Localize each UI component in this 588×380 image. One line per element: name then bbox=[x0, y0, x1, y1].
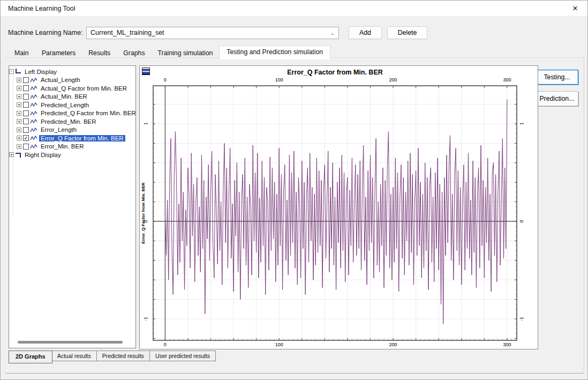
chart-text: 300 bbox=[503, 77, 511, 83]
right-axes-icon bbox=[16, 153, 21, 158]
item-checkbox[interactable] bbox=[23, 118, 29, 124]
bottom-tab-label: 2D Graphs bbox=[16, 353, 46, 360]
tree-item-predicted-q-factor-from-min-ber[interactable]: + Predicted_Q Factor from Min. BER bbox=[9, 109, 135, 118]
testing-button[interactable]: Testing... bbox=[536, 70, 578, 85]
item-checkbox[interactable] bbox=[23, 102, 29, 108]
curve-icon bbox=[30, 127, 37, 133]
expand-icon[interactable]: + bbox=[17, 102, 21, 107]
ml-name-combobox[interactable]: Current_ML_training_set ⌄ bbox=[86, 27, 339, 39]
tab-label: Main bbox=[13, 49, 31, 57]
curve-icon bbox=[30, 135, 37, 141]
bottom-tab-label: Predicted results bbox=[102, 353, 144, 359]
chart-text: -1 bbox=[143, 317, 148, 321]
machine-learning-tool-window: Machine Learning Tool ✕ Machine Learning… bbox=[0, 0, 588, 380]
chart-panel: 001001002002003003001100-1-1Error_Q Fact… bbox=[139, 65, 538, 349]
tab-parameters[interactable]: Parameters bbox=[35, 47, 82, 59]
tree-item-error-min-ber[interactable]: + Error_Min. BER bbox=[9, 143, 135, 151]
chart-text: -1 bbox=[519, 317, 524, 321]
display-tree: - Left Display + Actual_Length + Actual_… bbox=[9, 65, 136, 348]
tree-item-label: Predicted_Q Factor from Min. BER bbox=[39, 110, 136, 116]
chart-text: 0 bbox=[164, 77, 167, 83]
curve-icon bbox=[30, 144, 37, 150]
tab-training-simulation[interactable]: Training simulation bbox=[152, 47, 220, 59]
tab-label: Graphs bbox=[122, 49, 146, 57]
tree-item-label: Predicted_Min. BER bbox=[39, 118, 98, 125]
tree-item-label: Actual_Length bbox=[39, 77, 82, 83]
error-q-factor-chart: 001001002002003003001100-1-1Error_Q Fact… bbox=[140, 66, 538, 349]
separator-line bbox=[5, 373, 584, 374]
titlebar: Machine Learning Tool ✕ bbox=[1, 1, 587, 17]
tree-item-label: Actual_Q Factor from Min. BER bbox=[39, 85, 129, 92]
item-checkbox[interactable] bbox=[23, 85, 29, 91]
expand-icon[interactable]: + bbox=[9, 152, 14, 157]
tab-label: Training simulation bbox=[156, 49, 215, 57]
bottom-tab-label: User predicted results bbox=[155, 353, 210, 359]
tree-item-right-display[interactable]: + Right Display bbox=[9, 151, 135, 159]
tree-item-actual-min-ber[interactable]: + Actual_Min. BER bbox=[9, 93, 135, 101]
curve-icon bbox=[30, 85, 37, 91]
item-checkbox[interactable] bbox=[23, 144, 29, 150]
expand-icon[interactable]: + bbox=[17, 86, 21, 91]
chart-text: 0 bbox=[519, 220, 524, 222]
expand-icon[interactable]: + bbox=[17, 78, 21, 83]
tree-item-actual-q-factor-from-min-ber[interactable]: + Actual_Q Factor from Min. BER bbox=[9, 84, 135, 93]
curve-icon bbox=[30, 94, 37, 100]
delete-button[interactable]: Delete bbox=[387, 26, 427, 39]
item-checkbox[interactable] bbox=[23, 127, 29, 133]
chart-text: Error_Q Factor from Min. BER bbox=[287, 69, 383, 76]
tab-label: Testing and Prediction simulation bbox=[225, 48, 325, 56]
expand-icon[interactable]: + bbox=[17, 128, 21, 132]
chart-text: 100 bbox=[275, 342, 283, 347]
prediction-button[interactable]: Prediction... bbox=[536, 91, 578, 106]
expand-icon[interactable]: + bbox=[17, 144, 21, 149]
tree-horizontal-scrollbar[interactable] bbox=[10, 341, 134, 344]
tree-item-label: Error_Length bbox=[39, 126, 78, 133]
close-button[interactable]: ✕ bbox=[563, 1, 587, 17]
tab-label: Parameters bbox=[40, 49, 78, 57]
tree-item-label: Actual_Min. BER bbox=[39, 93, 89, 100]
collapse-icon[interactable]: - bbox=[9, 69, 14, 74]
expand-icon[interactable]: + bbox=[17, 119, 21, 124]
chart-text: 1 bbox=[143, 122, 148, 125]
bottom-tab-2d-graphs[interactable]: 2D Graphs bbox=[9, 351, 52, 363]
tab-graphs[interactable]: Graphs bbox=[117, 47, 151, 59]
chart-text: 200 bbox=[389, 77, 397, 83]
bottom-tab-predicted-results[interactable]: Predicted results bbox=[97, 351, 150, 361]
tree-item-label: Error_Min. BER bbox=[39, 143, 86, 150]
scrollbar-thumb[interactable] bbox=[18, 341, 123, 344]
ml-name-value: Current_ML_training_set bbox=[91, 29, 164, 36]
item-checkbox[interactable] bbox=[23, 94, 29, 100]
chart-line bbox=[165, 100, 507, 324]
item-checkbox[interactable]: ✓ bbox=[23, 135, 29, 141]
tab-page: - Left Display + Actual_Length + Actual_… bbox=[5, 57, 584, 373]
chart-text: 300 bbox=[503, 342, 511, 347]
tab-testing-and-prediction-simulation[interactable]: Testing and Prediction simulation bbox=[219, 46, 330, 59]
tab-label: Results bbox=[87, 49, 112, 57]
tree-item-error-q-factor-from-min-ber[interactable]: + ✓ Error_Q Factor from Min. BER bbox=[9, 134, 135, 143]
expand-icon[interactable]: + bbox=[17, 111, 21, 116]
expand-icon[interactable]: + bbox=[17, 136, 21, 140]
ml-name-row: Machine Learning Name: Current_ML_traini… bbox=[8, 26, 427, 39]
item-checkbox[interactable] bbox=[23, 110, 29, 116]
left-axes-icon bbox=[16, 69, 21, 73]
chart-text: 100 bbox=[275, 77, 283, 83]
tree-item-predicted-length[interactable]: + Predicted_Length bbox=[9, 101, 135, 109]
tab-main[interactable]: Main bbox=[8, 47, 35, 59]
tree-item-left-display[interactable]: - Left Display bbox=[9, 68, 135, 76]
tab-results[interactable]: Results bbox=[82, 47, 117, 59]
chart-text: 2 bbox=[334, 348, 337, 349]
tree-item-actual-length[interactable]: + Actual_Length bbox=[9, 76, 135, 85]
tree-item-error-length[interactable]: + Error_Length bbox=[9, 126, 135, 135]
tree-item-predicted-min-ber[interactable]: + Predicted_Min. BER bbox=[9, 117, 135, 126]
tab-bar: MainParametersResultsGraphsTraining simu… bbox=[8, 46, 330, 59]
ml-name-label: Machine Learning Name: bbox=[8, 29, 86, 36]
expand-icon[interactable]: + bbox=[17, 94, 21, 99]
add-button[interactable]: Add bbox=[349, 26, 382, 39]
bottom-tab-actual-results[interactable]: Actual results bbox=[52, 351, 97, 361]
bottom-tab-user-predicted-results[interactable]: User predicted results bbox=[150, 351, 216, 361]
chart-text: 0 bbox=[164, 342, 167, 347]
curve-icon bbox=[30, 110, 37, 116]
item-checkbox[interactable] bbox=[23, 77, 29, 83]
chart-text: 200 bbox=[389, 342, 397, 347]
bottom-tab-label: Actual results bbox=[57, 353, 91, 359]
